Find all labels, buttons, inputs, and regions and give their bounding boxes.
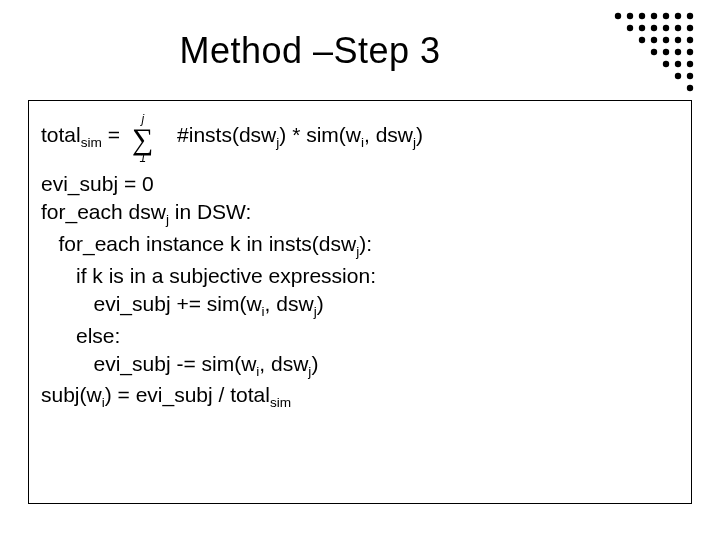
svg-point-24 bbox=[687, 61, 693, 67]
svg-point-20 bbox=[675, 49, 681, 55]
svg-point-10 bbox=[663, 25, 669, 31]
summation-symbol: j ∑ 1 bbox=[132, 113, 153, 164]
sum-lower-bound: 1 bbox=[139, 152, 146, 164]
svg-point-11 bbox=[675, 25, 681, 31]
corner-dot-decoration bbox=[612, 10, 696, 110]
svg-point-3 bbox=[651, 13, 657, 19]
svg-point-5 bbox=[675, 13, 681, 19]
svg-point-1 bbox=[627, 13, 633, 19]
svg-point-12 bbox=[687, 25, 693, 31]
svg-point-0 bbox=[615, 13, 621, 19]
content-box: totalsim = j ∑ 1 #insts(dswj) * sim(wi, … bbox=[28, 100, 692, 504]
svg-point-7 bbox=[627, 25, 633, 31]
svg-point-4 bbox=[663, 13, 669, 19]
svg-point-14 bbox=[651, 37, 657, 43]
svg-point-23 bbox=[675, 61, 681, 67]
svg-point-9 bbox=[651, 25, 657, 31]
slide: Method –Step 3 totalsim = j ∑ 1 #insts(d… bbox=[0, 0, 720, 540]
formula-lhs: totalsim = bbox=[41, 121, 120, 153]
svg-point-26 bbox=[687, 73, 693, 79]
svg-point-27 bbox=[687, 85, 693, 91]
svg-point-21 bbox=[687, 49, 693, 55]
svg-point-2 bbox=[639, 13, 645, 19]
svg-point-22 bbox=[663, 61, 669, 67]
svg-point-19 bbox=[663, 49, 669, 55]
svg-point-8 bbox=[639, 25, 645, 31]
svg-point-17 bbox=[687, 37, 693, 43]
svg-point-13 bbox=[639, 37, 645, 43]
algorithm-block: evi_subj = 0 for_each dswj in DSW: for_e… bbox=[41, 170, 679, 413]
sigma-icon: ∑ bbox=[132, 125, 153, 152]
svg-point-16 bbox=[675, 37, 681, 43]
svg-point-6 bbox=[687, 13, 693, 19]
slide-title: Method –Step 3 bbox=[28, 30, 692, 72]
svg-point-15 bbox=[663, 37, 669, 43]
formula-rhs: #insts(dswj) * sim(wi, dswj) bbox=[165, 121, 423, 153]
formula-row: totalsim = j ∑ 1 #insts(dswj) * sim(wi, … bbox=[41, 113, 679, 160]
svg-point-25 bbox=[675, 73, 681, 79]
svg-point-18 bbox=[651, 49, 657, 55]
